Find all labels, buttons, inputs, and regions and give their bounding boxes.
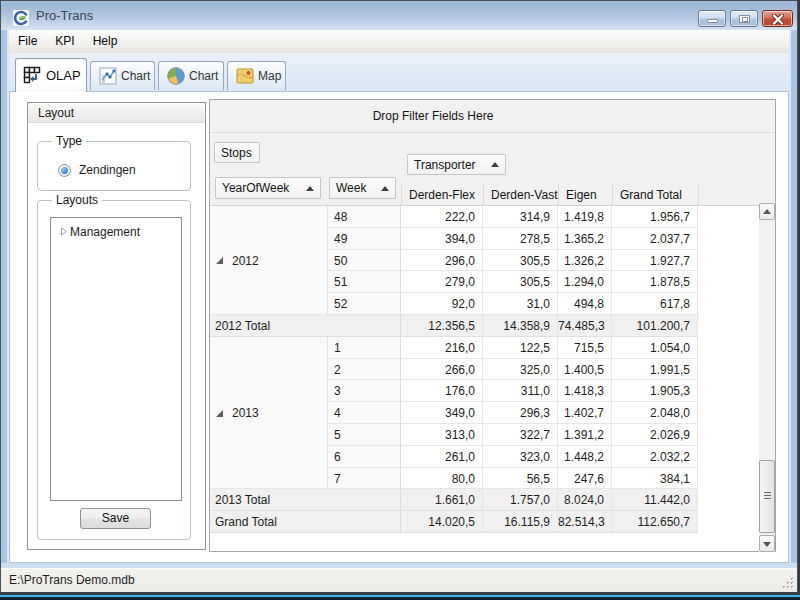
group-row-2013[interactable]: 2013	[210, 337, 327, 490]
value-cell: 80,0	[401, 468, 483, 490]
zendingen-radio-label[interactable]: Zendingen	[79, 163, 136, 177]
value-cell: 56,5	[483, 468, 558, 490]
status-bar-text: E:\ProTrans Demo.mdb	[9, 573, 135, 587]
value-cell: 1.365,2	[558, 228, 612, 250]
close-button[interactable]	[762, 10, 793, 27]
total-row[interactable]: 2013 Total1.661,01.757,08.024,011.442,0	[210, 489, 698, 511]
column-header-eigen[interactable]: Eigen	[558, 184, 612, 205]
panel-splitter-grip[interactable]	[204, 318, 207, 335]
tab-chart-line[interactable]: Chart	[90, 61, 155, 90]
total-label-cell: Grand Total	[210, 511, 401, 533]
value-cell: 1.326,2	[558, 250, 612, 272]
collapsed-expander-icon[interactable]	[60, 227, 68, 236]
scroll-down-button[interactable]	[759, 535, 775, 552]
map-icon	[235, 66, 255, 86]
value-cell: 1.956,7	[612, 206, 698, 228]
menu-help[interactable]: Help	[84, 30, 127, 53]
pivot-header-area: Drop Filter Fields Here Stops Transporte…	[210, 100, 775, 206]
application-window: Pro-Trans File KPI Help	[0, 0, 800, 600]
value-cell: 311,0	[483, 380, 558, 402]
value-cell: 2.032,2	[612, 446, 698, 468]
column-header-grand-total[interactable]: Grand Total	[612, 184, 698, 205]
vertical-scrollbar[interactable]	[759, 203, 775, 552]
value-cell: 394,0	[401, 228, 483, 250]
menu-bar: File KPI Help	[9, 30, 789, 53]
value-cell: 1.757,0	[483, 489, 558, 511]
tab-olap[interactable]: OLAP	[15, 58, 87, 92]
week-cell: 48	[328, 206, 401, 228]
scrollbar-thumb[interactable]	[759, 460, 775, 533]
scroll-up-button[interactable]	[759, 203, 775, 220]
week-cell: 6	[328, 446, 401, 468]
line-chart-icon	[98, 66, 118, 86]
arrow-up-icon	[763, 209, 771, 214]
menu-kpi[interactable]: KPI	[46, 30, 83, 53]
group-row-2012[interactable]: 2012	[210, 206, 327, 315]
tree-item-management[interactable]: Management	[51, 223, 181, 240]
window-title: Pro-Trans	[36, 8, 93, 23]
arrow-down-icon	[763, 542, 771, 547]
tree-item-label: Management	[70, 225, 140, 239]
column-header-derden-flex[interactable]: Derden-Flex	[401, 184, 483, 205]
value-cell: 1.054,0	[612, 337, 698, 359]
pivot-grid-icon	[23, 66, 43, 86]
value-cell: 1.448,2	[558, 446, 612, 468]
column-headers: Derden-Flex Derden-Vast Eigen Grand Tota…	[401, 184, 759, 205]
row-field-week[interactable]: Week	[329, 177, 396, 199]
value-cell: 1.661,0	[401, 489, 483, 511]
total-row[interactable]: Grand Total14.020,516.115,982.514,3112.6…	[210, 511, 698, 533]
total-row[interactable]: 2012 Total12.356,514.358,974.485,3101.20…	[210, 315, 698, 337]
value-cell: 247,6	[558, 468, 612, 490]
column-field-transporter[interactable]: Transporter	[407, 154, 506, 175]
expanded-group-icon[interactable]	[216, 410, 223, 417]
column-header-derden-vast[interactable]: Derden-Vast	[483, 184, 558, 205]
status-bar: E:\ProTrans Demo.mdb	[1, 568, 797, 592]
value-cell: 1.402,7	[558, 402, 612, 424]
sort-ascending-icon	[381, 186, 389, 191]
value-cell: 305,5	[483, 271, 558, 293]
zendingen-radio[interactable]	[58, 164, 71, 177]
minimize-icon	[707, 19, 718, 23]
minimize-button[interactable]	[698, 10, 726, 27]
group-label-text: 2013	[232, 406, 259, 420]
type-groupbox: Type Zendingen	[37, 141, 191, 191]
week-cell: 51	[328, 271, 401, 293]
menu-file[interactable]: File	[9, 30, 46, 53]
value-cell: 384,1	[612, 468, 698, 490]
tab-map[interactable]: Map	[227, 61, 286, 90]
column-header-filler	[698, 184, 759, 205]
filter-drop-area[interactable]: Drop Filter Fields Here	[210, 100, 656, 132]
tab-chart-pie[interactable]: Chart	[158, 61, 224, 90]
resize-grip-icon[interactable]	[782, 577, 795, 590]
week-cell: 4	[328, 402, 401, 424]
value-cell: 176,0	[401, 380, 483, 402]
filter-area-separator	[210, 132, 775, 133]
maximize-button[interactable]	[730, 10, 758, 27]
week-cell: 5	[328, 424, 401, 446]
tab-chart-line-label: Chart	[121, 69, 150, 83]
value-cell: 112.650,7	[612, 511, 698, 533]
value-cell: 216,0	[401, 337, 483, 359]
app-icon	[13, 10, 29, 26]
main-window: Pro-Trans File KPI Help	[0, 0, 798, 592]
row-field-yearofweek[interactable]: YearOfWeek	[215, 177, 321, 199]
title-bar[interactable]: Pro-Trans	[1, 1, 797, 30]
data-field-stops[interactable]: Stops	[214, 142, 260, 163]
total-label-cell: 2012 Total	[210, 315, 401, 337]
save-button[interactable]: Save	[80, 508, 151, 529]
total-label-cell: 2013 Total	[210, 489, 401, 511]
value-cell: 305,5	[483, 250, 558, 272]
layouts-tree: Management	[50, 217, 182, 501]
expanded-group-icon[interactable]	[216, 257, 223, 264]
value-cell: 494,8	[558, 293, 612, 315]
value-cell: 322,7	[483, 424, 558, 446]
value-cell: 261,0	[401, 446, 483, 468]
pivot-grid: Drop Filter Fields Here Stops Transporte…	[209, 99, 776, 552]
value-cell: 1.419,8	[558, 206, 612, 228]
value-cell: 14.358,9	[483, 315, 558, 337]
scrollbar-grip-icon	[764, 492, 771, 501]
value-cell: 278,5	[483, 228, 558, 250]
value-cell: 617,8	[612, 293, 698, 315]
value-cell: 296,3	[483, 402, 558, 424]
sort-ascending-icon	[491, 162, 499, 167]
